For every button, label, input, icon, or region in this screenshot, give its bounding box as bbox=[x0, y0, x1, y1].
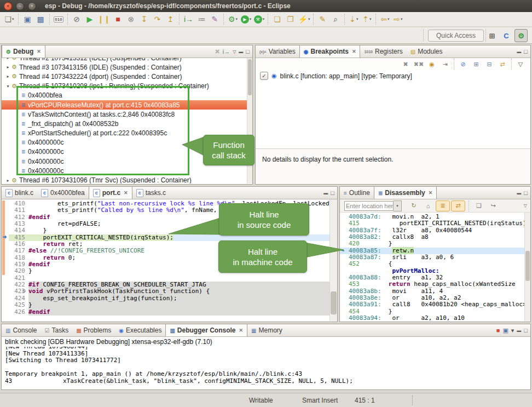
profile-tool-button[interactable]: ✎ bbox=[208, 13, 221, 25]
console-output[interactable]: [New Thread 1073468744][New Thread 10734… bbox=[5, 347, 527, 389]
flash-search-dropdown-icon[interactable]: ▾ bbox=[308, 17, 310, 21]
minimize-view-icon[interactable]: ▬ bbox=[239, 49, 243, 54]
minimize-view-icon[interactable]: ▬ bbox=[517, 191, 521, 196]
thread-row[interactable]: ▸⚙Thread #3 1073413156 (IDLE) (Suspended… bbox=[2, 62, 247, 72]
window-maximize-button[interactable]: + bbox=[28, 2, 36, 10]
editor-scrollbar[interactable] bbox=[329, 199, 337, 321]
tab-memory[interactable]: ▦Memory bbox=[247, 324, 286, 336]
step-return-button[interactable]: ↥ bbox=[164, 13, 177, 25]
c-cpp-perspective-button[interactable]: C bbox=[500, 30, 512, 42]
remove-all-breakpoints-button[interactable]: ✖✖ bbox=[412, 59, 425, 69]
last-edit-location-button[interactable]: ⇣▾ bbox=[347, 13, 360, 25]
expand-all-button[interactable]: ⊞ bbox=[470, 59, 483, 69]
skip-all-breakpoints-button[interactable]: ⊘ bbox=[456, 59, 470, 69]
window-close-button[interactable]: × bbox=[4, 2, 12, 10]
tree-twisty-icon[interactable]: ▾ bbox=[5, 84, 11, 89]
external-tools-dropdown-icon[interactable]: ▾ bbox=[263, 17, 265, 21]
tab-breakpoints[interactable]: ◉Breakpoints✕ bbox=[299, 45, 361, 58]
show-breakpoints-for-selection-button[interactable]: ◉ bbox=[425, 59, 438, 69]
thread-row[interactable]: ▸⚙Thread #4 1073432224 (dport) (Suspende… bbox=[2, 72, 247, 81]
open-perspective-button[interactable]: ⊞ bbox=[486, 30, 498, 42]
suspend-button[interactable]: ❙❙ bbox=[96, 13, 111, 25]
back-button[interactable]: ⇦▾ bbox=[378, 13, 391, 25]
search-button[interactable]: ⌕ bbox=[329, 13, 342, 25]
view-menu-icon[interactable]: ▽ bbox=[233, 49, 236, 54]
tab-close-icon[interactable]: ✕ bbox=[429, 190, 433, 196]
maximize-view-icon[interactable]: □ bbox=[246, 48, 250, 55]
forward-dropdown-icon[interactable]: ▾ bbox=[401, 17, 403, 21]
home-button[interactable]: ⌂ bbox=[421, 201, 435, 211]
link-with-debug-view-button[interactable]: ⇄ bbox=[496, 59, 509, 69]
maximize-view-icon[interactable]: □ bbox=[524, 48, 528, 55]
console-dropdown-icon[interactable]: ▾ bbox=[511, 327, 514, 334]
breakpoint-list-item[interactable]: ✓ ◉ blink.c [function: app_main] [type: … bbox=[260, 72, 412, 80]
code-line-426[interactable]: 426#endif bbox=[2, 309, 330, 316]
tab-problems[interactable]: ▩Problems bbox=[72, 324, 115, 336]
terminate-console-icon[interactable]: ■ bbox=[496, 327, 500, 334]
tree-twisty-icon[interactable]: ▸ bbox=[5, 74, 11, 79]
tree-twisty-icon[interactable]: ▸ bbox=[5, 178, 11, 183]
go-to-file-for-breakpoint-button[interactable]: ⇥ bbox=[438, 59, 452, 69]
tab-close-icon[interactable]: ✕ bbox=[352, 49, 356, 54]
tree-twisty-icon[interactable]: ▸ bbox=[5, 58, 11, 60]
flash-search-button[interactable]: ⚡▾ bbox=[297, 13, 311, 25]
refresh-button[interactable]: ↻ bbox=[407, 201, 420, 211]
window-minimize-button[interactable]: − bbox=[16, 2, 24, 10]
step-into-button[interactable]: ↧ bbox=[137, 13, 151, 25]
tab-console[interactable]: ▥Console bbox=[2, 324, 41, 336]
code-line-423[interactable]: 423void vPortFirstTaskHook(TaskFunction_… bbox=[2, 288, 330, 295]
tab-port-c[interactable]: cport.c✕ bbox=[89, 187, 132, 199]
tab-debugger-console[interactable]: ▥Debugger Console✕ bbox=[165, 324, 247, 336]
run-dropdown-icon[interactable]: ▾ bbox=[250, 17, 252, 21]
show-source-button[interactable]: ≣ bbox=[436, 200, 450, 211]
code-line-424[interactable]: 424 esp_set_breakpoint_if_jtag(function)… bbox=[2, 295, 330, 302]
pin-view-button[interactable]: ↪ bbox=[487, 201, 500, 211]
tab-variables[interactable]: (x)=Variables bbox=[256, 45, 299, 58]
tab-blink-c[interactable]: cblink.c bbox=[2, 187, 37, 199]
code-line-425[interactable]: 425} bbox=[2, 302, 330, 308]
tab-disassembly[interactable]: ≣Disassembly✕ bbox=[374, 187, 437, 199]
tab-0x4000bfea[interactable]: c0x4000bfea bbox=[37, 187, 89, 199]
maximize-view-icon[interactable]: □ bbox=[524, 327, 528, 334]
tab-outline[interactable]: ≡Outline bbox=[340, 187, 374, 199]
remove-breakpoint-button[interactable]: ✖ bbox=[399, 59, 412, 69]
disassembly-scrollbar[interactable] bbox=[524, 213, 530, 321]
tab-registers[interactable]: 1010Registers bbox=[360, 45, 406, 58]
instruction-stepping-mode-icon[interactable]: i→ bbox=[223, 48, 230, 55]
tab-close-icon[interactable]: ✕ bbox=[37, 49, 41, 54]
run-button[interactable]: ▶▾ bbox=[239, 13, 252, 25]
back-dropdown-icon[interactable]: ▾ bbox=[388, 17, 390, 21]
minimize-view-icon[interactable]: ▬ bbox=[323, 191, 328, 196]
last-edit-location-dropdown-icon[interactable]: ▾ bbox=[356, 17, 358, 21]
disconnect-button[interactable]: ⊗ bbox=[124, 13, 137, 25]
thread-row[interactable]: ▸⚙Thread #6 1073431096 (Tmr Svc) (Suspen… bbox=[2, 175, 247, 184]
maximize-view-icon[interactable]: □ bbox=[524, 190, 528, 196]
minimize-view-icon[interactable]: ▬ bbox=[517, 328, 521, 333]
view-menu-button[interactable]: ▽ bbox=[514, 59, 527, 69]
sync-with-active-context-button[interactable]: ⇄ bbox=[451, 200, 465, 211]
display-selected-console-icon[interactable]: ▣ bbox=[502, 327, 508, 334]
next-annotation-dropdown-icon[interactable]: ▾ bbox=[369, 17, 372, 21]
new-c-project-button[interactable]: ❏ bbox=[270, 13, 284, 25]
next-annotation-button[interactable]: ⇡▾ bbox=[360, 13, 373, 25]
quick-access-box[interactable]: Quick Access bbox=[428, 30, 484, 42]
view-menu-icon[interactable]: ▽ bbox=[524, 203, 527, 208]
instruction-stepping-button[interactable]: i→ bbox=[182, 13, 195, 25]
save-all-button[interactable]: ▩ bbox=[34, 13, 47, 25]
breakpoint-checkbox[interactable]: ✓ bbox=[260, 72, 268, 80]
mark-occurrences-button[interactable]: ✎ bbox=[316, 13, 329, 25]
new-wizard-button[interactable]: ❏▾ bbox=[3, 13, 16, 25]
skip-all-breakpoints-button[interactable]: ⊘ bbox=[70, 13, 83, 25]
external-tools-button[interactable]: ⚒▾ bbox=[252, 13, 265, 25]
disassembly-listing[interactable]: 40083a7d: movi.n a2, 1415 portEXIT_CRITI… bbox=[340, 213, 525, 321]
show-debug-sources-button[interactable]: ≔ bbox=[195, 13, 208, 25]
minimize-view-icon[interactable]: ▬ bbox=[517, 49, 521, 54]
tab-close-icon[interactable]: ✕ bbox=[124, 190, 128, 196]
debug-button[interactable]: ⚙▾ bbox=[226, 13, 239, 25]
debug-dropdown-icon[interactable]: ▾ bbox=[235, 17, 238, 21]
location-input[interactable]: Enter location here bbox=[344, 201, 394, 211]
tab-close-icon[interactable]: ✕ bbox=[239, 328, 244, 333]
disassembly-instruction-row[interactable]: 40083a94: or a2, a10, a10 bbox=[340, 315, 525, 321]
remove-all-terminated-icon[interactable]: ✖ bbox=[215, 48, 220, 55]
tree-twisty-icon[interactable]: ▸ bbox=[5, 65, 11, 70]
